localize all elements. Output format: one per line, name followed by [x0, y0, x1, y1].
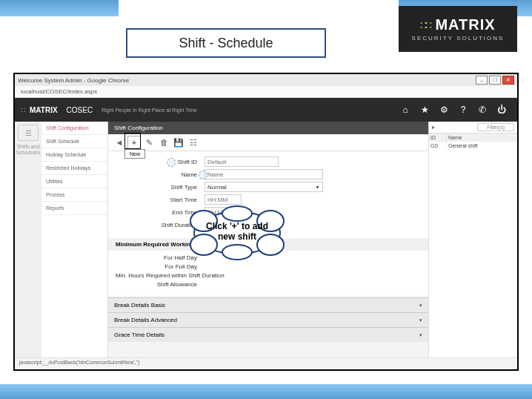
callout-bubble: Click '+' to add new shift [182, 205, 293, 261]
chevron-down-icon: ▾ [419, 317, 422, 323]
sidebar-item-utilities[interactable]: Utilities [41, 175, 107, 188]
chevron-down-icon: ▾ [419, 332, 422, 338]
callout-line2: new shift [218, 231, 256, 242]
brand-tagline: SECURITY SOLUTIONS [412, 35, 505, 42]
filters-button[interactable]: Filter(s) [477, 123, 514, 131]
min-hours-label: Min. Hours Required within Shift Duratio… [116, 272, 232, 279]
add-button-tooltip: New [124, 149, 145, 159]
list-button[interactable]: ☷ [187, 136, 200, 149]
sidebar-item-shift-configuration[interactable]: Shift Configuration [41, 122, 107, 135]
phone-icon[interactable]: ✆ [473, 101, 492, 119]
accent-top-left [0, 0, 119, 16]
slide-title: Shift - Schedule [179, 36, 273, 51]
window-close-button[interactable]: ✕ [502, 76, 514, 85]
app-brand: MATRIX [30, 106, 58, 114]
browser-window-title: Welcome System Admin - Google Chrome [18, 77, 129, 84]
name-label: Name [116, 171, 205, 178]
slide-title-box: Shift - Schedule [126, 28, 326, 58]
category-icon[interactable]: ☰ [18, 125, 39, 141]
home-icon[interactable]: ⌂ [396, 101, 415, 119]
annotation-marker [199, 171, 207, 179]
sidebar: Shift Configuration Shift Schedule Holid… [41, 122, 108, 357]
browser-titlebar: Welcome System Admin - Google Chrome – ☐… [15, 74, 517, 86]
power-icon[interactable]: ⏻ [492, 101, 511, 119]
save-button[interactable]: 💾 [172, 136, 185, 149]
accordion-break-basic-label: Break Details Basic [114, 302, 165, 309]
accent-bottom [0, 384, 532, 399]
app-tagline: Right People in Right Place at Right Tim… [102, 108, 196, 113]
browser-address-bar[interactable]: localhost/COSEC/Index.aspx [15, 86, 517, 98]
accordion-break-basic[interactable]: Break Details Basic ▾ [108, 297, 428, 312]
toolbar: ◄ + ✎ 🗑 💾 ☷ New [108, 134, 428, 151]
brand-logo: ∷∷ MATRIX SECURITY SOLUTIONS [399, 6, 517, 52]
help-icon[interactable]: ? [453, 101, 473, 119]
delete-button[interactable]: 🗑 [157, 136, 170, 149]
add-button-highlight [124, 133, 141, 149]
status-bar: javascript:__doPostBack('btnCommonSubmit… [15, 357, 517, 369]
shift-id-input[interactable] [205, 156, 279, 167]
col-name-header: Name [447, 133, 517, 142]
start-time-input[interactable] [205, 194, 242, 205]
sidebar-item-holiday-schedule[interactable]: Holiday Schedule [41, 148, 107, 162]
row-id: GS [429, 142, 447, 150]
app-logo-icon: ∷ [21, 106, 25, 114]
shift-type-label: Shift Type [116, 184, 205, 191]
callout-line1: Click '+' to add [206, 221, 268, 231]
shift-allowance-label: Shift Allowance [116, 281, 205, 288]
window-maximize-button[interactable]: ☐ [489, 76, 501, 85]
annotation-marker [167, 158, 176, 167]
logo-dots-icon: ∷∷ [420, 22, 430, 29]
gear-icon[interactable]: ⚙ [434, 101, 453, 119]
col-id-header: ID [429, 133, 447, 142]
shift-type-value: Normal [207, 184, 227, 191]
chevron-down-icon: ▼ [315, 185, 320, 190]
sidebar-item-restricted-holidays[interactable]: Restricted Holidays [41, 162, 107, 175]
star-icon[interactable]: ★ [415, 101, 434, 119]
full-day-label: For Full Day [116, 263, 205, 270]
accordion-break-advanced-label: Break Details Advanced [114, 317, 177, 323]
accordion-grace-time-label: Grace Time Details [114, 332, 164, 338]
category-rail: ☰ Shifts and Schedules [15, 122, 41, 357]
start-time-label: Start Time [116, 197, 205, 203]
sidebar-item-process[interactable]: Process [41, 188, 107, 202]
chevron-down-icon: ▾ [419, 303, 422, 309]
status-text: javascript:__doPostBack('btnCommonSubmit… [19, 360, 140, 365]
shift-id-label: Shift ID [116, 159, 205, 165]
app-header: ∷ MATRIX COSEC Right People in Right Pla… [15, 98, 517, 122]
brand-name: MATRIX [435, 16, 495, 33]
category-label: Shifts and Schedules [15, 144, 41, 156]
sidebar-item-reports[interactable]: Reports [41, 202, 107, 215]
app-name: COSEC [67, 106, 93, 114]
browser-address-text: localhost/COSEC/Index.aspx [21, 88, 97, 95]
accordion-grace-time[interactable]: Grace Time Details ▾ [108, 327, 428, 342]
shift-type-select[interactable]: Normal ▼ [205, 182, 323, 192]
row-name: General shift [447, 142, 517, 150]
list-collapse-icon[interactable]: ▸ [432, 124, 435, 131]
accordion-break-advanced[interactable]: Break Details Advanced ▾ [108, 312, 428, 327]
edit-button[interactable]: ✎ [142, 136, 156, 149]
sidebar-item-shift-schedule[interactable]: Shift Schedule [41, 135, 107, 148]
section-title: Shift Configuration [108, 122, 428, 134]
window-minimize-button[interactable]: – [476, 76, 488, 85]
name-input[interactable] [205, 169, 323, 179]
svg-point-6 [222, 245, 252, 260]
list-row[interactable]: GS General shift [429, 142, 517, 150]
right-list-panel: ▸ Filter(s) ID Name GS General shift [428, 122, 517, 357]
svg-point-5 [222, 206, 252, 221]
